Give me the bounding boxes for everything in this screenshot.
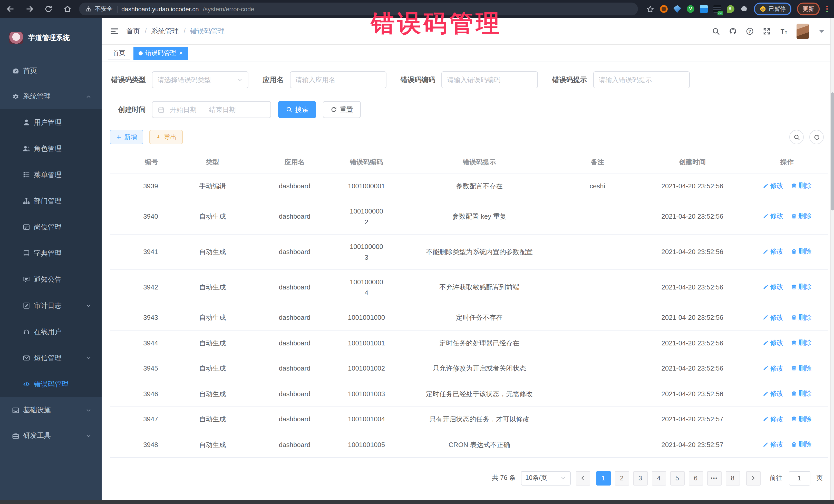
edit-link[interactable]: 修改 xyxy=(762,180,784,191)
add-button[interactable]: 新增 xyxy=(110,130,143,144)
close-icon[interactable] xyxy=(179,51,183,56)
prev-page-button[interactable] xyxy=(576,471,590,485)
breadcrumb-home[interactable]: 首页 xyxy=(126,26,140,36)
next-page-button[interactable] xyxy=(746,471,760,485)
delete-link[interactable]: 删除 xyxy=(791,282,812,292)
sidebar-item-infrastructure[interactable]: 基础设施 xyxy=(0,397,102,423)
edit-link[interactable]: 修改 xyxy=(762,439,784,450)
search-button[interactable]: 搜索 xyxy=(278,101,316,118)
fullscreen-icon[interactable] xyxy=(763,27,771,35)
scrollbar-track[interactable] xyxy=(830,18,834,500)
paused-profile-pill[interactable]: 已暂停 xyxy=(754,3,791,15)
delete-link[interactable]: 删除 xyxy=(791,180,812,191)
page-size-value: 10条/页 xyxy=(525,474,547,482)
delete-link[interactable]: 删除 xyxy=(791,388,812,399)
delete-link[interactable]: 删除 xyxy=(791,246,812,257)
chevron-left-icon xyxy=(580,475,586,481)
delete-link[interactable]: 删除 xyxy=(791,312,812,323)
start-date-placeholder: 开始日期 xyxy=(170,105,197,114)
sidebar-item-dev-tools[interactable]: 研发工具 xyxy=(0,423,102,448)
page-size-select[interactable]: 10条/页 xyxy=(521,471,570,485)
sidebar-item-audit-log[interactable]: 审计日志 xyxy=(0,292,102,319)
github-icon[interactable] xyxy=(729,27,737,35)
edit-link[interactable]: 修改 xyxy=(762,388,784,399)
sidebar-item-error-code-management[interactable]: 错误码管理 xyxy=(0,371,102,397)
edit-link[interactable]: 修改 xyxy=(762,337,784,348)
blue-cube-extension-icon[interactable] xyxy=(700,5,708,13)
sidebar-item-menu-management[interactable]: 菜单管理 xyxy=(0,162,102,188)
reset-button[interactable]: 重置 xyxy=(323,101,361,118)
page-button-1[interactable]: 1 xyxy=(596,471,611,485)
delete-link[interactable]: 删除 xyxy=(791,363,812,373)
update-button[interactable]: 更新 xyxy=(797,3,820,15)
cell-code: 100100000 2 xyxy=(331,199,402,234)
breadcrumb-system[interactable]: 系统管理 xyxy=(151,26,179,36)
filter-row-2: 创建时间 开始日期 - 结束日期 搜索 重置 xyxy=(110,101,827,118)
users-icon xyxy=(23,145,30,152)
page-button-•••[interactable]: ••• xyxy=(707,471,721,485)
delete-link[interactable]: 删除 xyxy=(791,211,812,221)
home-icon[interactable] xyxy=(63,5,72,13)
page-button-8[interactable]: 8 xyxy=(725,471,740,485)
edit-link[interactable]: 修改 xyxy=(762,211,784,221)
reload-icon[interactable] xyxy=(44,5,53,13)
app-name-input[interactable] xyxy=(290,71,386,88)
error-code-input[interactable] xyxy=(441,71,538,88)
tab-首页[interactable]: 首页 xyxy=(108,46,130,60)
edit-link[interactable]: 修改 xyxy=(762,246,784,257)
refresh-button[interactable] xyxy=(809,130,824,144)
edit-link[interactable]: 修改 xyxy=(762,363,784,373)
sidebar-item-role-management[interactable]: 角色管理 xyxy=(0,135,102,162)
sidebar-item-online-users[interactable]: 在线用户 xyxy=(0,319,102,345)
green-check-extension-icon[interactable]: V xyxy=(687,5,695,13)
hamburger-icon[interactable] xyxy=(110,26,119,36)
page-button-4[interactable]: 4 xyxy=(652,471,666,485)
site-security[interactable]: 不安全 xyxy=(85,5,113,13)
sidebar-item-post-management[interactable]: 岗位管理 xyxy=(0,214,102,240)
sidebar-item-system-management[interactable]: 系统管理 xyxy=(0,84,102,109)
edit-link[interactable]: 修改 xyxy=(762,282,784,292)
column-header: 备注 xyxy=(556,151,638,173)
error-hint-input[interactable] xyxy=(593,71,689,88)
tab-错误码管理[interactable]: 错误码管理 xyxy=(133,46,188,60)
sidebar-item-notice-announcement[interactable]: 通知公告 xyxy=(0,266,102,292)
browser-menu-icon[interactable] xyxy=(826,6,828,12)
error-type-select[interactable]: 请选择错误码类型 xyxy=(152,71,248,88)
search-icon[interactable] xyxy=(712,27,720,35)
page-button-3[interactable]: 3 xyxy=(633,471,648,485)
goto-page-input[interactable] xyxy=(789,471,810,485)
sidebar-item-home[interactable]: 首页 xyxy=(0,58,102,84)
table-row: 3945自动生成dashboard1001001002只允许修改为开启或者关闭状… xyxy=(110,356,828,381)
page-button-2[interactable]: 2 xyxy=(615,471,629,485)
cell-code: 1001001004 xyxy=(331,407,402,432)
scrollbar-thumb[interactable] xyxy=(831,92,834,211)
avatar[interactable] xyxy=(796,23,809,39)
blue-gem-extension-icon[interactable] xyxy=(673,5,681,13)
delete-link[interactable]: 删除 xyxy=(791,337,812,348)
export-button[interactable]: 导出 xyxy=(149,130,183,144)
sidebar-item-user-management[interactable]: 用户管理 xyxy=(0,109,102,135)
bookmark-star-icon[interactable] xyxy=(646,5,654,13)
address-bar[interactable]: 不安全 dashboard.yudao.iocoder.cn/system/er… xyxy=(79,3,638,15)
sidebar-item-dept-management[interactable]: 部门管理 xyxy=(0,188,102,214)
table-toolbar: 新增 导出 xyxy=(110,130,827,144)
page-button-6[interactable]: 6 xyxy=(688,471,703,485)
edit-link[interactable]: 修改 xyxy=(762,413,784,424)
question-icon[interactable]: ? xyxy=(746,27,754,35)
orange-extension-icon[interactable] xyxy=(660,5,668,13)
forward-icon[interactable] xyxy=(25,5,34,13)
green-spy-extension-icon[interactable] xyxy=(727,5,734,13)
caret-down-icon[interactable] xyxy=(817,27,826,35)
toggle-search-button[interactable] xyxy=(789,130,804,144)
delete-link[interactable]: 删除 xyxy=(791,439,812,450)
sidebar-item-dict-management[interactable]: 字典管理 xyxy=(0,240,102,266)
page-button-5[interactable]: 5 xyxy=(670,471,684,485)
puzzle-extensions-icon[interactable] xyxy=(740,5,748,13)
delete-link[interactable]: 删除 xyxy=(791,413,812,424)
list-on-extension-icon[interactable]: on xyxy=(714,5,721,13)
date-range-picker[interactable]: 开始日期 - 结束日期 xyxy=(152,101,271,118)
edit-link[interactable]: 修改 xyxy=(762,312,784,323)
font-size-icon[interactable]: TT xyxy=(780,27,788,35)
back-icon[interactable] xyxy=(6,5,15,13)
sidebar-item-sms-management[interactable]: 短信管理 xyxy=(0,345,102,371)
